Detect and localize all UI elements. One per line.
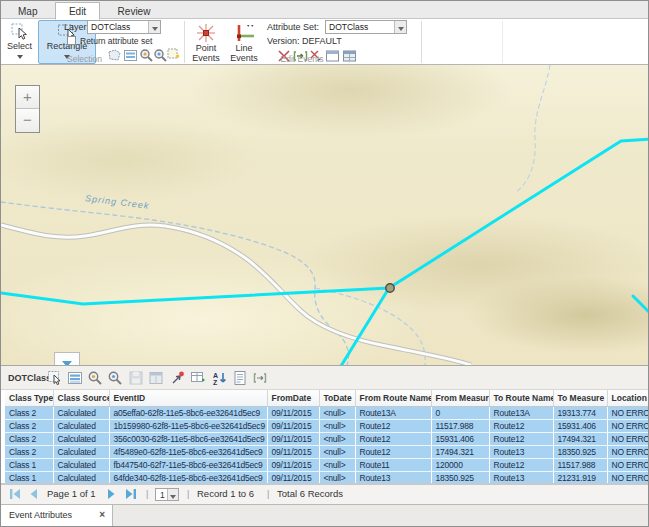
- table-cell: Calculated: [53, 406, 109, 419]
- show-selected-records-button[interactable]: [67, 370, 84, 387]
- tab-edit[interactable]: Edit: [55, 2, 100, 20]
- table-cell: 0: [431, 406, 489, 419]
- table-cell: 11517.988: [431, 419, 489, 432]
- table-cell: 15931.406: [431, 432, 489, 445]
- page-number-dropdown[interactable]: 1: [155, 488, 179, 501]
- table-cell: Class 1: [5, 458, 53, 471]
- table-row[interactable]: Class 2Calculateda05effa0-62f8-11e5-8bc6…: [5, 406, 649, 419]
- column-header[interactable]: To Measure: [553, 390, 607, 406]
- locate-arrow-icon: [170, 370, 186, 386]
- last-page-button[interactable]: [125, 488, 136, 500]
- open-form-button[interactable]: [232, 370, 249, 387]
- point-events-icon: [195, 23, 217, 43]
- column-header[interactable]: From Route Name: [355, 390, 431, 406]
- layer-dropdown[interactable]: DOTClass: [87, 20, 161, 34]
- table-cell: <null>: [319, 406, 355, 419]
- add-record-button[interactable]: [190, 370, 207, 387]
- tab-event-attributes[interactable]: Event Attributes ×: [1, 505, 113, 527]
- table-row[interactable]: Class 1Calculated64fde340-62f8-11e5-8bc6…: [5, 471, 649, 484]
- table-cell: 18350.925: [553, 445, 607, 458]
- layer-dropdown-arrow-icon[interactable]: [148, 21, 160, 33]
- table-row[interactable]: Class 2Calculated4f5489e0-62f8-11e5-8bc6…: [5, 445, 649, 458]
- table-cell: <null>: [319, 458, 355, 471]
- return-attribute-set-checkbox[interactable]: [67, 36, 76, 45]
- table-pagination: Page 1 of 1 | 1 | Record 1 to 6 | Total …: [1, 484, 648, 504]
- select-button-label: Select: [7, 41, 32, 51]
- table-cell: 356c0030-62f8-11e5-8bc6-ee32641d5ec9: [109, 432, 267, 445]
- table-cell: <null>: [319, 471, 355, 484]
- table-cell: Route12: [489, 419, 553, 432]
- table-select-tool-button[interactable]: [47, 370, 64, 387]
- route-event-south[interactable]: [341, 288, 389, 365]
- table-row[interactable]: Class 2Calculated356c0030-62f8-11e5-8bc6…: [5, 432, 649, 445]
- table-cell: Calculated: [53, 419, 109, 432]
- panel-collapse-button[interactable]: [54, 352, 80, 365]
- table-select-icon: [47, 370, 63, 386]
- column-header[interactable]: FromDate: [267, 390, 319, 406]
- route-junction-marker[interactable]: [386, 284, 394, 292]
- route-event-east-corner[interactable]: [633, 296, 649, 313]
- attribute-window-icon: [148, 370, 164, 386]
- table-row[interactable]: Class 2Calculated1b159980-62f8-11e5-8bc6…: [5, 419, 649, 432]
- column-header[interactable]: ToDate: [319, 390, 355, 406]
- zoom-in-button[interactable]: +: [16, 86, 39, 109]
- page-number-arrow-icon[interactable]: [167, 489, 178, 500]
- table-cell: 09/11/2015: [267, 471, 319, 484]
- table-cell: Class 2: [5, 406, 53, 419]
- column-header[interactable]: To Route Name: [489, 390, 553, 406]
- tab-review[interactable]: Review: [105, 3, 164, 20]
- table-cell: 4f5489e0-62f8-11e5-8bc6-ee32641d5ec9: [109, 445, 267, 458]
- open-attribute-window-button[interactable]: [148, 370, 165, 387]
- event-attributes-tab-label: Event Attributes: [9, 510, 72, 520]
- record-range-text: Record 1 to 6: [197, 488, 254, 499]
- prev-page-button[interactable]: [29, 488, 38, 500]
- table-cell: NO ERROR: [607, 406, 649, 419]
- column-header[interactable]: Class Type: [5, 390, 53, 406]
- zoom-to-record-button[interactable]: [87, 370, 104, 387]
- column-header[interactable]: Class Source: [53, 390, 109, 406]
- table-cell: 21231.919: [553, 471, 607, 484]
- range-brackets-icon: [252, 370, 268, 386]
- creek-branch-line: [315, 288, 425, 365]
- first-page-button[interactable]: [10, 488, 21, 500]
- sort-records-button[interactable]: AZ: [212, 370, 229, 387]
- save-edits-button[interactable]: [128, 370, 145, 387]
- attribute-set-dropdown[interactable]: DOTClass: [325, 20, 407, 34]
- event-table: Class TypeClass SourceEventIDFromDateToD…: [1, 390, 649, 484]
- table-row[interactable]: Class 1Calculatedfb447540-62f7-11e5-8bc6…: [5, 458, 649, 471]
- pan-to-record-button[interactable]: [107, 370, 124, 387]
- table-cell: NO ERROR: [607, 471, 649, 484]
- column-header[interactable]: EventID: [109, 390, 267, 406]
- pagination-separator: |: [146, 489, 148, 499]
- attribute-set-dropdown-arrow-icon[interactable]: [394, 21, 406, 33]
- locate-event-button[interactable]: [170, 370, 187, 387]
- table-cell: 17494.321: [431, 445, 489, 458]
- route-event-northeast[interactable]: [389, 139, 649, 288]
- close-tab-icon[interactable]: ×: [99, 509, 105, 521]
- clear-selection-tool-button[interactable]: [167, 48, 180, 63]
- table-cell: a05effa0-62f8-11e5-8bc6-ee32641d5ec9: [109, 406, 267, 419]
- record-list-icon: [67, 370, 83, 386]
- measure-range-button[interactable]: [252, 370, 269, 387]
- attribute-set-dropdown-value: DOTClass: [329, 22, 368, 32]
- page-number-value: 1: [160, 490, 165, 500]
- tab-map[interactable]: Map: [5, 3, 50, 20]
- route-event-west[interactable]: [1, 288, 389, 304]
- next-page-button[interactable]: [107, 488, 116, 500]
- table-cell: Route12: [355, 419, 431, 432]
- map-canvas[interactable]: Spring Creek + −: [1, 65, 649, 365]
- column-header[interactable]: From Measure: [431, 390, 489, 406]
- zoom-out-button[interactable]: −: [16, 109, 39, 132]
- clear-selection-icon: [167, 48, 180, 60]
- table-cell: Route12: [489, 458, 553, 471]
- table-cell: fb447540-62f7-11e5-8bc6-ee32641d5ec9: [109, 458, 267, 471]
- svg-text:Z: Z: [213, 379, 218, 386]
- table-cell: 64fde340-62f8-11e5-8bc6-ee32641d5ec9: [109, 471, 267, 484]
- table-cell: Route12: [355, 432, 431, 445]
- table-cell: Route12: [489, 432, 553, 445]
- column-header[interactable]: Location Error: [607, 390, 649, 406]
- table-cell: 09/11/2015: [267, 406, 319, 419]
- table-cell: 09/11/2015: [267, 445, 319, 458]
- table-cell: 17494.321: [553, 432, 607, 445]
- table-cell: Class 2: [5, 419, 53, 432]
